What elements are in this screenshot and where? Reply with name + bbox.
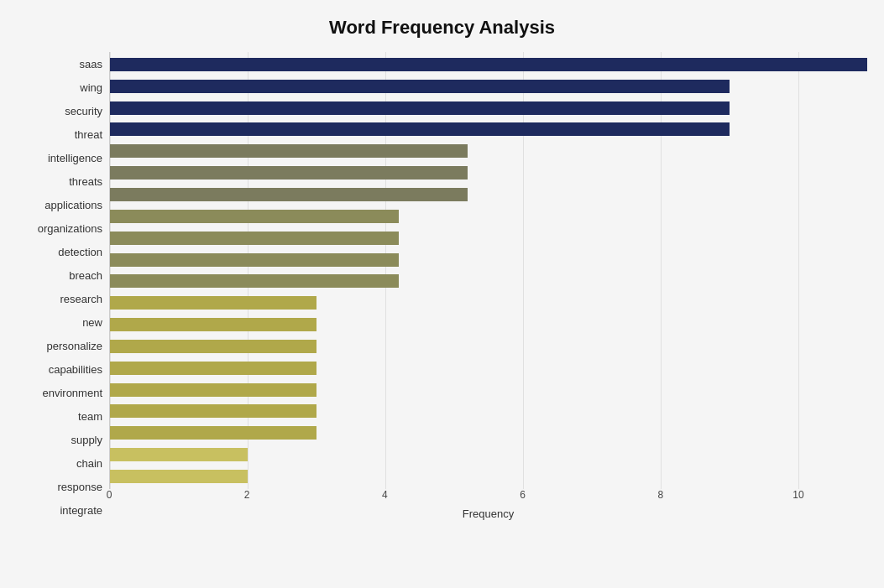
y-label: personalize <box>47 337 103 356</box>
bar <box>110 404 316 418</box>
bar <box>110 80 730 93</box>
x-tick: 10 <box>792 489 803 501</box>
y-label: research <box>60 289 102 308</box>
bar-row <box>110 78 867 95</box>
y-label: capabilities <box>49 361 102 379</box>
bar <box>110 210 399 223</box>
bar <box>110 340 316 353</box>
bar-row <box>110 446 867 463</box>
bar-row <box>110 230 867 247</box>
bar-row <box>110 338 867 355</box>
x-tick: 0 <box>107 489 112 501</box>
bar-row <box>110 382 867 398</box>
bar <box>110 144 468 158</box>
y-label: threats <box>69 172 102 190</box>
bar <box>110 122 730 136</box>
bar-row <box>110 360 867 377</box>
bar-row <box>110 316 867 333</box>
y-label: chain <box>76 455 102 473</box>
bar-row <box>110 403 867 419</box>
y-label: saas <box>80 55 102 73</box>
bar <box>110 318 316 331</box>
y-label: new <box>82 314 102 332</box>
bar-row <box>110 100 867 117</box>
x-tick: 6 <box>520 489 526 501</box>
bar <box>110 274 399 288</box>
bars-area <box>109 52 867 489</box>
bar-row <box>110 164 867 181</box>
bar <box>110 470 248 483</box>
bar-row <box>110 294 867 311</box>
bar <box>110 188 468 201</box>
y-label: applications <box>44 195 102 214</box>
y-label: intelligence <box>48 148 102 167</box>
bar <box>110 101 730 115</box>
bar <box>110 362 316 375</box>
y-axis-labels: saaswingsecuritythreatintelligencethreat… <box>17 52 109 523</box>
y-label: organizations <box>38 219 102 237</box>
bar-row <box>110 121 867 138</box>
bar <box>110 296 316 310</box>
chart-container: Word Frequency Analysis saaswingsecurity… <box>0 0 884 588</box>
y-label: security <box>65 101 102 120</box>
x-ticks: 0246810 <box>109 489 867 506</box>
x-tick: 2 <box>244 489 250 501</box>
y-label: team <box>78 408 102 426</box>
bar <box>110 426 316 440</box>
y-label: wing <box>80 78 102 96</box>
bar <box>110 383 316 397</box>
y-label: integrate <box>60 502 102 520</box>
y-label: detection <box>58 242 102 261</box>
x-tick: 8 <box>657 489 663 501</box>
chart-area: saaswingsecuritythreatintelligencethreat… <box>17 52 867 523</box>
bar <box>110 166 468 180</box>
bars-list <box>110 52 867 489</box>
x-tick: 4 <box>382 489 388 501</box>
y-label: breach <box>69 266 102 284</box>
bar <box>110 253 399 267</box>
bar-row <box>110 252 867 268</box>
y-label: response <box>58 478 102 497</box>
bar-row <box>110 424 867 441</box>
bar <box>110 232 399 245</box>
y-label: environment <box>42 384 102 403</box>
x-axis-label: Frequency <box>109 507 867 520</box>
bars-and-xaxis: 0246810 Frequency <box>109 52 867 523</box>
chart-title: Word Frequency Analysis <box>17 17 867 39</box>
bar <box>110 58 867 71</box>
bar <box>110 448 248 461</box>
bar-row <box>110 273 867 289</box>
bar-row <box>110 208 867 225</box>
x-axis: 0246810 Frequency <box>109 489 867 523</box>
y-label: threat <box>75 125 102 143</box>
bar-row <box>110 186 867 203</box>
bar-row <box>110 143 867 159</box>
y-label: supply <box>71 431 102 450</box>
bar-row <box>110 468 867 485</box>
bar-row <box>110 56 867 73</box>
